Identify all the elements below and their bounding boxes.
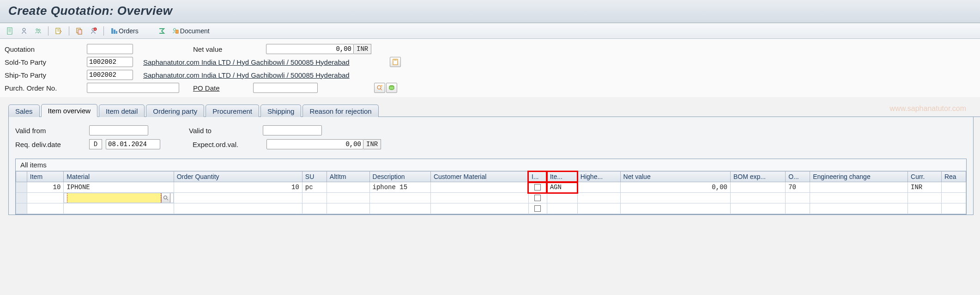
cell-curr[interactable] (908, 203, 942, 214)
cell-altitm[interactable] (327, 182, 369, 193)
document-button[interactable]: Document (170, 26, 213, 36)
col-netval[interactable]: Net value (620, 172, 730, 182)
col-i[interactable]: I... (528, 172, 547, 182)
req-deliv-input[interactable] (106, 139, 160, 149)
cell-material-active[interactable] (64, 193, 173, 203)
cell-engchange[interactable] (810, 203, 908, 214)
cell-ite[interactable] (547, 203, 577, 214)
cell-bom[interactable] (730, 182, 785, 193)
tab-item-overview[interactable]: Item overview (41, 104, 98, 117)
tab-shipping[interactable]: Shipping (260, 104, 301, 117)
cell-netval[interactable] (620, 193, 730, 203)
cell-rea[interactable] (941, 193, 966, 203)
net-value-input[interactable] (266, 44, 354, 54)
cell-o[interactable]: 70 (786, 182, 810, 193)
col-bom[interactable]: BOM exp... (730, 172, 785, 182)
col-highe[interactable]: Highe... (577, 172, 620, 182)
cell-su[interactable]: pc (302, 182, 327, 193)
valid-to-input[interactable] (263, 125, 322, 135)
cell-netval[interactable] (620, 203, 730, 214)
cell-su[interactable] (302, 203, 327, 214)
cell-item[interactable] (27, 203, 63, 214)
col-engchange[interactable]: Engineering change (810, 172, 908, 182)
cell-curr[interactable]: INR (908, 182, 942, 193)
tab-procurement[interactable]: Procurement (206, 104, 259, 117)
tab-item-detail[interactable]: Item detail (99, 104, 145, 117)
col-su[interactable]: SU (302, 172, 327, 182)
cell-highe[interactable] (577, 203, 620, 214)
checkbox-icon[interactable] (534, 195, 541, 201)
cell-item[interactable] (27, 193, 63, 203)
display-doc-icon[interactable] (5, 26, 16, 36)
cell-curr[interactable] (908, 193, 942, 203)
checkbox-icon[interactable] (534, 205, 541, 212)
table-row[interactable]: 10 IPHONE 10 pc iphone 15 AGN 0,00 70 (16, 182, 966, 193)
tab-sales[interactable]: Sales (8, 104, 40, 117)
sum-icon[interactable] (156, 26, 167, 36)
col-item[interactable]: Item (27, 172, 63, 182)
req-deliv-type[interactable]: D (89, 139, 102, 149)
valid-from-input[interactable] (89, 125, 148, 135)
cell-o[interactable] (786, 203, 810, 214)
tab-ordering-party[interactable]: Ordering party (146, 104, 204, 117)
material-input[interactable] (67, 193, 161, 203)
sold-to-input[interactable] (87, 57, 133, 67)
ship-to-input[interactable] (87, 70, 133, 80)
cell-ite[interactable] (547, 193, 577, 203)
col-custmat[interactable]: Customer Material (430, 172, 528, 182)
row-selector[interactable] (16, 182, 27, 193)
cell-ite[interactable]: AGN (547, 182, 577, 193)
cell-i[interactable] (528, 203, 547, 214)
checkbox-icon[interactable] (534, 184, 541, 191)
col-altitm[interactable]: AltItm (327, 172, 369, 182)
cell-i[interactable] (528, 182, 547, 193)
col-selector[interactable] (16, 172, 27, 182)
expect-input[interactable] (266, 139, 363, 149)
cell-rea[interactable] (941, 203, 966, 214)
cell-desc[interactable] (369, 203, 430, 214)
cell-qty[interactable]: 10 (174, 182, 302, 193)
cell-desc[interactable]: iphone 15 (369, 182, 430, 193)
search-help-icon[interactable] (161, 193, 170, 203)
cell-altitm[interactable] (327, 193, 369, 203)
col-rea[interactable]: Rea (941, 172, 966, 182)
cell-i[interactable] (528, 193, 547, 203)
col-ite[interactable]: Ite... (547, 172, 577, 182)
copy-doc-icon[interactable] (74, 26, 85, 36)
cell-altitm[interactable] (327, 203, 369, 214)
cell-o[interactable] (786, 193, 810, 203)
col-desc[interactable]: Description (369, 172, 430, 182)
cell-custmat[interactable] (430, 193, 528, 203)
row-selector[interactable] (16, 193, 27, 203)
orders-button[interactable]: Orders (109, 26, 142, 36)
ship-to-desc[interactable]: Saphanatutor.com India LTD / Hyd Gachibo… (143, 71, 383, 79)
po-date-input[interactable] (253, 83, 318, 93)
header-detail-icon[interactable] (18, 26, 30, 36)
row-selector[interactable] (16, 203, 27, 214)
sold-to-desc[interactable]: Saphanatutor.com India LTD / Hyd Gachibo… (143, 58, 383, 66)
cell-highe[interactable] (577, 193, 620, 203)
po-input[interactable] (87, 83, 179, 93)
cell-custmat[interactable] (430, 203, 528, 214)
cell-material[interactable]: IPHONE (64, 182, 174, 193)
cell-highe[interactable] (577, 182, 620, 193)
cell-engchange[interactable] (810, 182, 908, 193)
propose-items-icon[interactable] (374, 83, 385, 93)
document-flow-icon[interactable] (386, 83, 397, 93)
quotation-input[interactable] (87, 44, 133, 54)
partner-icon[interactable] (32, 26, 43, 36)
reject-doc-icon[interactable] (88, 26, 99, 36)
col-qty[interactable]: Order Quantity (174, 172, 302, 182)
cell-bom[interactable] (730, 203, 785, 214)
table-row[interactable] (16, 203, 966, 214)
cell-engchange[interactable] (810, 193, 908, 203)
address-create-icon[interactable] (390, 57, 401, 67)
cell-material[interactable] (64, 203, 174, 214)
cell-netval[interactable]: 0,00 (620, 182, 730, 193)
cell-bom[interactable] (730, 193, 785, 203)
cell-item[interactable]: 10 (27, 182, 63, 193)
cell-custmat[interactable] (430, 182, 528, 193)
col-curr[interactable]: Curr. (908, 172, 942, 182)
col-material[interactable]: Material (64, 172, 174, 182)
cell-desc[interactable] (369, 193, 430, 203)
